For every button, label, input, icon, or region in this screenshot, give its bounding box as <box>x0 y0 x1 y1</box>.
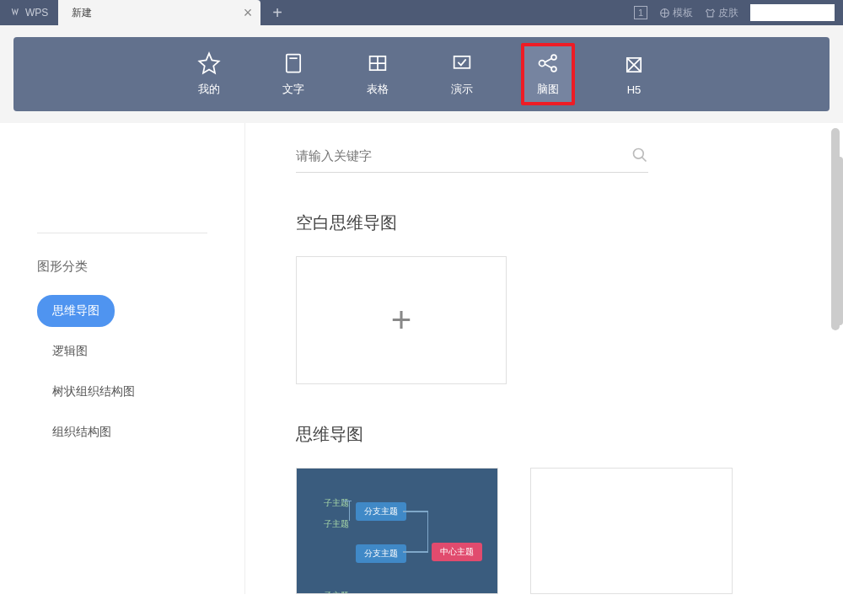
login-box[interactable] <box>750 4 835 21</box>
ribbon-h5[interactable]: H5 <box>609 45 659 104</box>
ribbon-my[interactable]: 我的 <box>184 43 234 105</box>
template-link[interactable]: 模板 <box>659 6 693 20</box>
main-area: 图形分类 思维导图 逻辑图 树状组织结构图 组织结构图 空白思维导图 + 思维导… <box>0 123 843 594</box>
ribbon-mindmap[interactable]: 脑图 <box>521 43 575 105</box>
preview-leaf: 子主题 <box>315 587 357 594</box>
skin-icon <box>705 8 716 19</box>
table-icon <box>366 51 389 75</box>
plus-icon: + <box>391 303 412 338</box>
svg-rect-3 <box>454 56 470 68</box>
preview-branch: 分支主题 <box>356 502 406 521</box>
category-list: 思维导图 逻辑图 树状组织结构图 组织结构图 <box>37 295 207 457</box>
notification-badge[interactable]: 1 <box>634 6 647 19</box>
document-icon <box>282 51 305 75</box>
preview-center: 中心主题 <box>432 543 482 561</box>
new-tab-button[interactable]: + <box>260 4 294 21</box>
close-icon[interactable]: × <box>244 5 253 20</box>
preview-leaf: 子主题 <box>315 515 357 533</box>
titlebar-right: 1 模板 皮肤 <box>634 4 843 21</box>
svg-point-4 <box>540 61 545 67</box>
category-mindmap[interactable]: 思维导图 <box>37 295 115 327</box>
section-templates-title: 思维导图 <box>296 423 801 446</box>
tab-label: 新建 <box>72 6 92 20</box>
template-card[interactable]: 子主题 子主题 分支主题 分支主题 中心主题 子主题 <box>296 468 498 594</box>
h5-icon <box>622 53 646 77</box>
svg-rect-1 <box>287 55 300 72</box>
mindmap-preview: 子主题 子主题 分支主题 分支主题 中心主题 子主题 <box>297 469 497 593</box>
document-tab[interactable]: 新建 × <box>58 0 260 25</box>
window-scrollbar[interactable] <box>836 157 843 325</box>
preview-branch: 分支主题 <box>356 544 406 563</box>
app-name: WPS <box>25 7 48 19</box>
preview-leaf: 子主题 <box>315 494 357 512</box>
templates-row: 子主题 子主题 分支主题 分支主题 中心主题 子主题 <box>296 468 801 594</box>
presentation-icon <box>450 51 474 75</box>
sidebar-title: 图形分类 <box>37 259 207 275</box>
category-tree-org[interactable]: 树状组织结构图 <box>37 376 150 408</box>
svg-point-6 <box>551 67 556 72</box>
app-button[interactable]: WPS <box>0 0 58 25</box>
sidebar: 图形分类 思维导图 逻辑图 树状组织结构图 组织结构图 <box>0 123 244 594</box>
search-input[interactable] <box>296 148 631 163</box>
svg-point-5 <box>551 55 556 60</box>
svg-point-8 <box>634 149 644 159</box>
template-card[interactable] <box>530 468 733 594</box>
blank-template-card[interactable]: + <box>296 256 507 384</box>
sidebar-divider <box>37 233 207 233</box>
ribbon-writer[interactable]: 文字 <box>268 43 319 105</box>
section-blank-title: 空白思维导图 <box>296 212 801 234</box>
search-icon[interactable] <box>631 147 648 163</box>
skin-link[interactable]: 皮肤 <box>705 6 738 20</box>
mindmap-icon <box>536 51 560 75</box>
search-row <box>296 147 648 173</box>
template-icon <box>659 8 670 19</box>
category-org[interactable]: 组织结构图 <box>37 416 126 448</box>
ribbon-spreadsheet[interactable]: 表格 <box>352 43 403 105</box>
star-icon <box>197 51 221 75</box>
ribbon-toolbar: 我的 文字 表格 演示 脑图 H5 <box>13 37 830 111</box>
ribbon-presentation[interactable]: 演示 <box>437 43 487 105</box>
titlebar: WPS 新建 × + 1 模板 皮肤 <box>0 0 843 25</box>
category-logic[interactable]: 逻辑图 <box>37 335 103 367</box>
content-area: 空白思维导图 + 思维导图 子主题 子主题 分支主题 分支主题 中心主题 子主题 <box>244 123 843 594</box>
wps-logo-icon <box>10 7 22 19</box>
